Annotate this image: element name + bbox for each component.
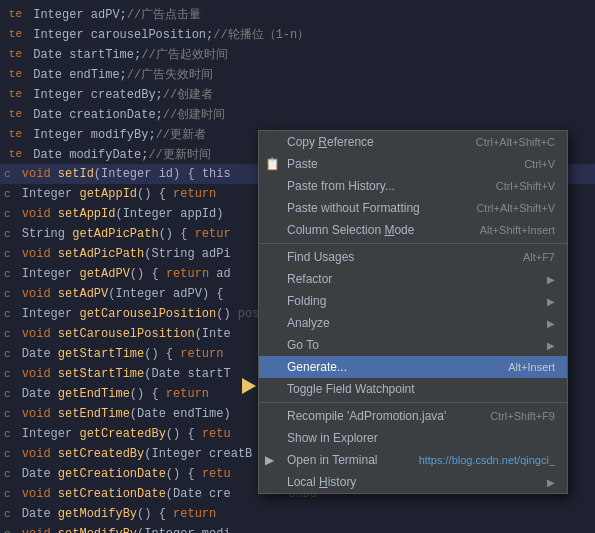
open-in-terminal-menu-item[interactable]: ▶ Open in Terminal https://blog.csdn.net… (259, 449, 567, 471)
code-line: c Date getModifyBy() { return (0, 504, 595, 524)
refactor-menu-item[interactable]: Refactor ▶ (259, 268, 567, 290)
code-line: te Date endTime;//广告失效时间 (0, 64, 595, 84)
column-selection-mode-menu-item[interactable]: Column Selection Mode Alt+Shift+Insert (259, 219, 567, 241)
folding-submenu-arrow: ▶ (547, 296, 555, 307)
local-history-menu-item[interactable]: Local History ▶ (259, 471, 567, 493)
local-history-submenu-arrow: ▶ (547, 477, 555, 488)
goto-submenu-arrow: ▶ (547, 340, 555, 351)
go-to-menu-item[interactable]: Go To ▶ (259, 334, 567, 356)
menu-divider-2 (259, 402, 567, 403)
recompile-menu-item[interactable]: Recompile 'AdPromotion.java' Ctrl+Shift+… (259, 405, 567, 427)
context-menu: Copy Reference Ctrl+Alt+Shift+C 📋 Paste … (258, 130, 568, 494)
code-line: te Integer adPV;//广告点击量 (0, 4, 595, 24)
refactor-submenu-arrow: ▶ (547, 274, 555, 285)
code-line: te Date startTime;//广告起效时间 (0, 44, 595, 64)
analyze-menu-item[interactable]: Analyze ▶ (259, 312, 567, 334)
folding-menu-item[interactable]: Folding ▶ (259, 290, 567, 312)
generate-pointer-arrow (242, 378, 256, 394)
show-in-explorer-menu-item[interactable]: Show in Explorer (259, 427, 567, 449)
find-usages-menu-item[interactable]: Find Usages Alt+F7 (259, 246, 567, 268)
code-line: te Integer carouselPosition;//轮播位（1-n） (0, 24, 595, 44)
code-line: c void setModifyBy(Integer modi (0, 524, 595, 533)
terminal-icon: ▶ (265, 453, 274, 467)
paste-from-history-menu-item[interactable]: Paste from History... Ctrl+Shift+V (259, 175, 567, 197)
code-line: te Integer createdBy;//创建者 (0, 84, 595, 104)
code-line: te Date creationDate;//创建时间 (0, 104, 595, 124)
paste-menu-item[interactable]: 📋 Paste Ctrl+V (259, 153, 567, 175)
generate-menu-item[interactable]: Generate... Alt+Insert (259, 356, 567, 378)
toggle-field-watchpoint-menu-item[interactable]: Toggle Field Watchpoint (259, 378, 567, 400)
paste-without-formatting-menu-item[interactable]: Paste without Formatting Ctrl+Alt+Shift+… (259, 197, 567, 219)
paste-icon: 📋 (265, 157, 280, 171)
analyze-submenu-arrow: ▶ (547, 318, 555, 329)
menu-divider-1 (259, 243, 567, 244)
copy-reference-menu-item[interactable]: Copy Reference Ctrl+Alt+Shift+C (259, 131, 567, 153)
